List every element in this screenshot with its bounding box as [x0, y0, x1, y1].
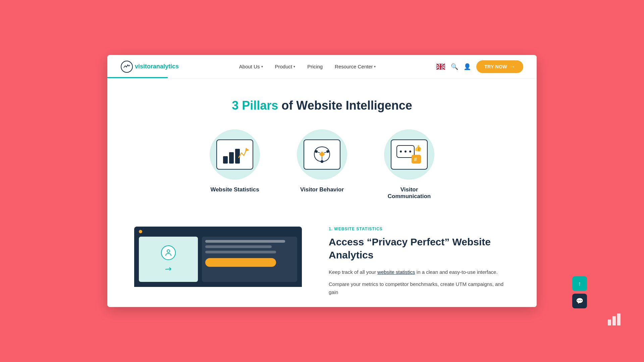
svg-rect-20 [612, 316, 616, 325]
pillar-visitor-communication[interactable]: # 👍 Visitor Communication [379, 129, 439, 200]
diagonal-arrow-icon: ↗ [163, 263, 174, 274]
nav-item-pricing[interactable]: Pricing [307, 64, 323, 69]
nav-actions: 🔍 👤 TRY NOW → [436, 60, 523, 73]
user-icon[interactable]: 👤 [464, 63, 471, 70]
pillar-visitor-behavior[interactable]: Visitor Behavior [292, 129, 352, 200]
svg-point-14 [409, 150, 411, 153]
arrow-icon: → [510, 64, 515, 70]
nav-item-about[interactable]: About Us ▾ [239, 64, 263, 69]
logo-text: visitoranalytics [135, 63, 179, 70]
chevron-down-icon: ▾ [293, 65, 295, 68]
chevron-down-icon: ▾ [374, 65, 376, 68]
pillar-label-stats: Website Statistics [210, 186, 259, 193]
logo-icon [121, 61, 133, 73]
svg-rect-0 [223, 156, 228, 164]
pillar-website-statistics[interactable]: Website Statistics [205, 129, 265, 200]
chevron-down-icon: ▾ [261, 65, 263, 68]
floating-buttons: ↑ 💬 [572, 276, 587, 308]
pillars-section: 3 Pillars of Website Intelligence [121, 99, 523, 220]
bottom-illustration: ↗ [121, 220, 322, 287]
svg-point-18 [167, 250, 170, 252]
svg-line-9 [324, 152, 326, 153]
svg-line-8 [318, 152, 320, 153]
screen-content: ↗ [139, 237, 297, 282]
svg-marker-3 [245, 148, 249, 152]
navbar: visitoranalytics About Us ▾ Product ▾ Pr… [107, 55, 537, 78]
svg-text:#: # [414, 157, 417, 162]
svg-rect-4 [319, 152, 325, 157]
svg-point-5 [315, 150, 318, 153]
pillar-label-communication: Visitor Communication [379, 186, 439, 200]
nav-item-product[interactable]: Product ▾ [275, 64, 296, 69]
laptop: ↗ [134, 227, 322, 287]
svg-rect-19 [608, 319, 611, 325]
svg-rect-1 [229, 152, 234, 164]
svg-point-7 [321, 160, 323, 163]
main-content: 3 Pillars of Website Intelligence [107, 78, 537, 307]
chat-button[interactable]: 💬 [572, 294, 587, 308]
language-flag[interactable] [436, 63, 445, 70]
try-now-button[interactable]: TRY NOW → [476, 60, 523, 73]
logo[interactable]: visitoranalytics [121, 61, 179, 73]
nav-item-resource[interactable]: Resource Center ▾ [335, 64, 376, 69]
pillars-title: 3 Pillars of Website Intelligence [121, 99, 523, 113]
person-circle [161, 245, 176, 260]
pillar-icon-wrap-behavior [297, 129, 347, 180]
section-title: Access “Privacy Perfect” Website Analyti… [329, 235, 510, 261]
website-stats-link[interactable]: website statistics [377, 269, 415, 275]
scroll-to-top-button[interactable]: ↑ [572, 276, 587, 291]
pillar-icon-wrap-stats [210, 129, 260, 180]
up-arrow-icon: ↑ [578, 280, 581, 287]
laptop-screen: ↗ [134, 227, 302, 287]
screen-dot [139, 230, 142, 233]
chart-corner-icon [607, 313, 624, 328]
stats-icon [216, 139, 253, 170]
screen-left-panel: ↗ [139, 237, 198, 282]
nav-links: About Us ▾ Product ▾ Pricing Resource Ce… [239, 64, 376, 69]
svg-rect-21 [617, 313, 621, 325]
section-text-2: Compare your metrics to competitor bench… [329, 280, 510, 296]
screen-right-panel [202, 237, 297, 282]
communication-icon: # 👍 [391, 139, 428, 170]
svg-point-6 [326, 150, 329, 153]
svg-point-13 [405, 150, 407, 153]
svg-point-12 [400, 150, 402, 153]
browser-window: visitoranalytics About Us ▾ Product ▾ Pr… [107, 55, 537, 307]
section-text-1: Keep track of all your website statistic… [329, 268, 510, 276]
bottom-section: ↗ 1. WEBS [121, 220, 523, 307]
cta-button-mock [205, 258, 276, 267]
search-icon[interactable]: 🔍 [451, 63, 458, 70]
pillar-icon-wrap-communication: # 👍 [384, 129, 434, 180]
section-badge: 1. WEBSITE STATISTICS [329, 227, 510, 231]
bottom-text-section: 1. WEBSITE STATISTICS Access “Privacy Pe… [322, 220, 523, 307]
behavior-icon [304, 139, 340, 170]
pillars-grid: Website Statistics [121, 129, 523, 200]
pillar-label-behavior: Visitor Behavior [300, 186, 344, 193]
svg-text:👍: 👍 [414, 144, 422, 152]
chat-icon: 💬 [576, 297, 583, 305]
